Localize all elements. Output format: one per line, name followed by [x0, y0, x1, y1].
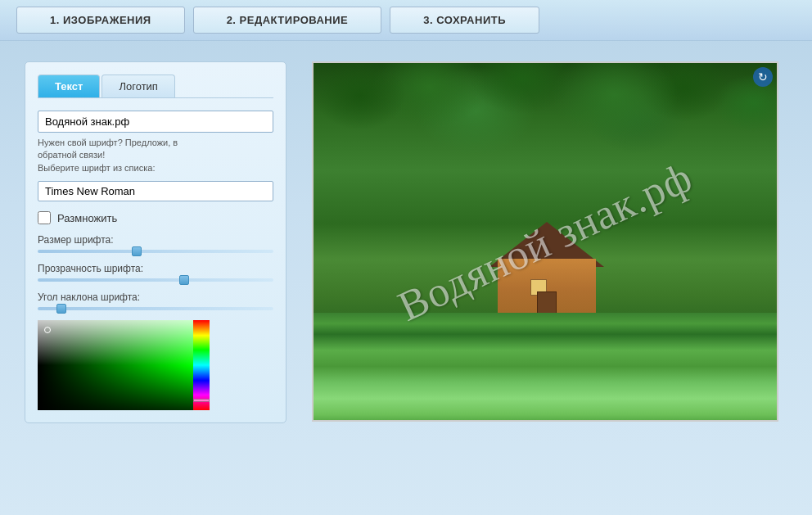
tree-top — [314, 63, 777, 224]
font-size-label: Размер шрифта: — [38, 234, 273, 246]
color-hue-bar[interactable] — [193, 320, 210, 410]
font-hint: Нужен свой шрифт? Предложи, в обратной с… — [38, 137, 273, 174]
tab-save[interactable]: 3. СОХРАНИТЬ — [390, 7, 539, 34]
multiply-label: Размножить — [57, 212, 117, 224]
opacity-label: Прозрачность шрифта: — [38, 263, 273, 274]
angle-label: Угол наклона шрифта: — [38, 291, 273, 303]
house-body — [498, 259, 596, 320]
panel-tabs: Текст Логотип — [38, 75, 273, 98]
font-size-thumb[interactable] — [132, 246, 142, 256]
angle-thumb[interactable] — [56, 304, 66, 314]
color-gradient-box[interactable] — [38, 320, 193, 410]
image-container: Водяной знак.рф ↻ — [312, 61, 778, 422]
opacity-track[interactable] — [38, 278, 273, 282]
tab-logo[interactable]: Логотип — [102, 75, 174, 97]
font-selector[interactable] — [38, 181, 273, 201]
watermark-text-input[interactable] — [38, 111, 273, 133]
right-panel: Водяной знак.рф ↻ — [303, 61, 787, 423]
left-panel: Текст Логотип Нужен свой шрифт? Предложи… — [25, 61, 286, 423]
color-picker-container — [38, 320, 273, 410]
main-content: Текст Логотип Нужен свой шрифт? Предложи… — [0, 45, 812, 440]
water-reflection — [314, 313, 777, 420]
opacity-section: Прозрачность шрифта: — [38, 263, 273, 282]
angle-track[interactable] — [38, 307, 273, 310]
font-size-section: Размер шрифта: — [38, 234, 273, 253]
house — [489, 222, 604, 320]
multiply-checkbox[interactable] — [38, 211, 51, 224]
font-size-track[interactable] — [38, 250, 273, 253]
color-gradient-selector[interactable] — [44, 327, 51, 333]
top-navigation: 1. ИЗОБРАЖЕНИЯ 2. РЕДАКТИРОВАНИЕ 3. СОХР… — [0, 0, 812, 41]
opacity-thumb[interactable] — [179, 275, 189, 285]
hue-selector[interactable] — [193, 399, 210, 402]
tab-edit[interactable]: 2. РЕДАКТИРОВАНИЕ — [193, 7, 382, 34]
tab-images[interactable]: 1. ИЗОБРАЖЕНИЯ — [16, 7, 185, 34]
angle-section: Угол наклона шрифта: — [38, 291, 273, 310]
color-picker-section — [38, 320, 273, 410]
multiply-row: Размножить — [38, 211, 273, 224]
forest-scene — [314, 63, 777, 420]
refresh-icon[interactable]: ↻ — [753, 67, 773, 87]
tab-text[interactable]: Текст — [38, 75, 100, 97]
